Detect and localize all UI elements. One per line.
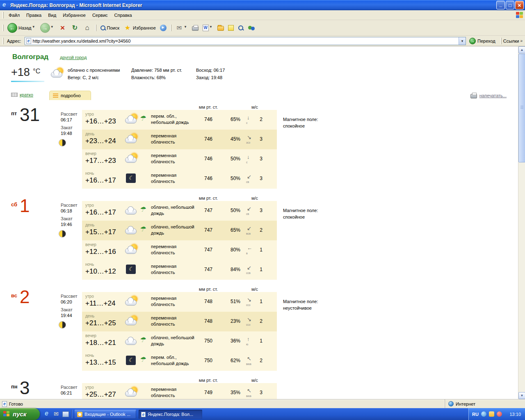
wind-speed: 3: [260, 156, 262, 162]
mail-dropdown-icon[interactable]: [185, 26, 188, 30]
pressure-value: 746: [193, 176, 224, 181]
day-part-label: ночь: [85, 171, 94, 176]
scroll-up-button[interactable]: [518, 46, 525, 53]
address-url[interactable]: http://weather.yandex.ru/detailed.xml?ci…: [33, 39, 459, 43]
refresh-icon: [71, 24, 79, 32]
wind-direction-label: ссз: [246, 304, 250, 306]
zone-label: Интернет: [456, 402, 475, 406]
back-button[interactable]: Назад: [5, 22, 38, 34]
magnetic-field-value: спокойное: [283, 123, 318, 129]
toolbar-grip[interactable]: [2, 25, 4, 31]
sunrise-label: Рассвет: [61, 293, 78, 299]
window-title: Яндекс.Погода: Волгоград - Microsoft Int…: [10, 2, 495, 8]
pressure-value: 746: [193, 136, 224, 142]
search-button[interactable]: Поиск: [98, 24, 121, 32]
table-header: мм рт. ст. м/с: [82, 287, 277, 292]
menu-edit[interactable]: Правка: [23, 11, 45, 19]
go-button[interactable]: Переход: [469, 38, 495, 44]
scrollbar-thumb[interactable]: [518, 54, 525, 162]
wind-cell: ↘ссз2: [245, 315, 264, 329]
favorites-button[interactable]: Избранное: [121, 23, 158, 33]
tab-brief[interactable]: кратко: [20, 92, 33, 97]
other-city-link[interactable]: другой город: [60, 55, 87, 60]
folders-button[interactable]: [215, 23, 226, 32]
messenger-icon: [248, 25, 255, 31]
wind-cell: ↓с2: [245, 113, 264, 127]
ie-logo-icon: [1, 2, 8, 9]
close-button[interactable]: [515, 1, 524, 9]
temperature-range: +21…+25: [85, 319, 116, 327]
wind-direction-arrow: ↖: [247, 388, 251, 394]
messenger-button[interactable]: [246, 24, 257, 32]
tab-detailed[interactable]: подробно: [49, 91, 91, 100]
notes-button[interactable]: [226, 24, 236, 32]
magnetic-field: Магнитное поле: спокойное: [283, 116, 318, 129]
weather-icon: [125, 133, 146, 146]
media-button[interactable]: [158, 23, 169, 32]
start-button[interactable]: пуск: [0, 408, 40, 420]
quicklaunch-mail-icon[interactable]: [52, 410, 61, 418]
toolbar-grip[interactable]: [500, 38, 502, 44]
clock[interactable]: 13:10: [509, 412, 525, 417]
title-bar: Яндекс.Погода: Волгоград - Microsoft Int…: [0, 0, 525, 10]
links-button[interactable]: Ссылки: [503, 39, 523, 43]
toolbar-grip[interactable]: [2, 38, 4, 44]
print-icon: [192, 26, 199, 31]
language-indicator[interactable]: RU: [472, 412, 479, 417]
start-label: пуск: [13, 411, 26, 418]
mail-button[interactable]: [173, 23, 190, 33]
sunset-time: 19:46: [61, 221, 78, 227]
menu-tools[interactable]: Сервис: [89, 11, 111, 19]
temperature-range: +10…+12: [85, 267, 116, 276]
menu-help[interactable]: Справка: [111, 11, 135, 19]
back-dropdown-icon[interactable]: [33, 26, 36, 30]
quicklaunch-ie-icon[interactable]: [43, 410, 51, 418]
temperature-range: +13…+15: [85, 358, 116, 367]
day-part-label: утро: [85, 203, 94, 208]
menu-file[interactable]: Файл: [5, 11, 23, 19]
forward-button[interactable]: [38, 22, 57, 34]
updates-tray-icon[interactable]: [489, 411, 494, 417]
pressure-value: 747: [193, 208, 224, 213]
print-button[interactable]: [190, 23, 201, 32]
temperature-range: +12…+16: [85, 248, 116, 256]
research-button[interactable]: [236, 24, 246, 32]
standard-toolbar: Назад Поиск Избранное: [0, 20, 525, 36]
stop-button[interactable]: [57, 23, 69, 33]
maximize-button[interactable]: [506, 1, 514, 9]
edit-dropdown-icon[interactable]: [210, 26, 213, 30]
wind-direction-label: св: [246, 212, 249, 215]
vertical-scrollbar[interactable]: [518, 46, 525, 399]
taskbar-button-outlook[interactable]: Входящие - Outlook ...: [75, 410, 136, 419]
quicklaunch-show-desktop-icon[interactable]: [62, 411, 69, 417]
print-link[interactable]: напечатать...: [479, 93, 507, 98]
menu-favorites[interactable]: Избранное: [59, 11, 89, 19]
home-button[interactable]: [81, 23, 94, 33]
day-part-label: утро: [85, 112, 94, 116]
address-field[interactable]: http://weather.yandex.ru/detailed.xml?ci…: [25, 37, 466, 45]
magnetic-field: Магнитное поле: неустойчивое: [283, 298, 318, 311]
address-dropdown-icon[interactable]: [459, 37, 466, 45]
current-wind: Ветер: С, 2 м/с: [68, 75, 99, 80]
security-tray-icon[interactable]: [497, 411, 502, 417]
magnetic-field-label: Магнитное поле:: [283, 116, 318, 123]
humidity-value: 65%: [224, 116, 240, 122]
wind-direction-label: св: [246, 180, 249, 183]
edit-word-button[interactable]: [201, 23, 215, 32]
wind-column-header: м/с: [245, 105, 264, 110]
security-zone: Интернет: [445, 399, 525, 408]
forward-dropdown-icon[interactable]: [51, 26, 55, 30]
minimize-button[interactable]: [496, 1, 505, 9]
network-tray-icon[interactable]: [481, 411, 486, 417]
weather-icon: [125, 387, 146, 399]
table-header: мм рт. ст. м/с: [82, 196, 277, 201]
day-number: 1: [20, 196, 30, 215]
scroll-down-button[interactable]: [518, 392, 525, 399]
refresh-button[interactable]: [69, 23, 81, 33]
wind-direction-label: в: [246, 252, 248, 255]
pressure-column-header: мм рт. ст.: [193, 105, 224, 110]
menu-view[interactable]: Вид: [45, 11, 59, 19]
wind-speed: 1: [260, 267, 262, 272]
toolbar-grip[interactable]: [2, 12, 4, 18]
taskbar-button-weather[interactable]: Яндекс.Погода: Вол...: [139, 410, 202, 419]
